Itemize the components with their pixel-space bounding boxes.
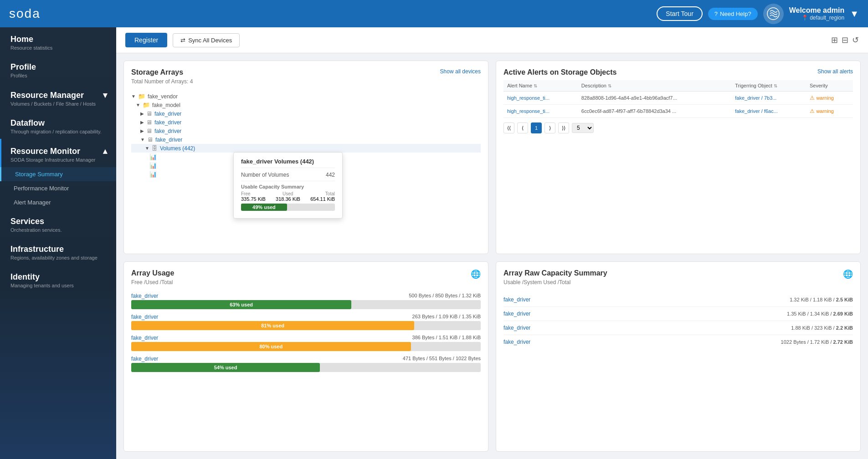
raw-cap-values: 1022 Bytes / 1.72 KiB / 2.72 KiB — [781, 339, 853, 345]
usage-bar: 54% used — [131, 363, 481, 372]
alert-obj-2[interactable]: fake_driver / f6ac... — [731, 105, 806, 118]
array-usage-globe-icon[interactable]: 🌐 — [471, 269, 481, 279]
show-all-devices-link[interactable]: Show all devices — [440, 68, 481, 75]
raw-cap-row: fake_driver 1022 Bytes / 1.72 KiB / 2.72… — [503, 335, 853, 349]
alert-name-1[interactable]: high_response_ti... — [503, 92, 578, 105]
raw-cap-row: fake_driver 1.88 KiB / 323 KiB / 2.2 KiB — [503, 321, 853, 335]
usage-stats: 471 Bytes / 551 Bytes / 1022 Bytes — [403, 356, 481, 361]
sidebar-item-home[interactable]: Home Resource statistics — [0, 27, 116, 55]
alerts-pagination: ⟨⟨ ⟨ 1 ⟩ ⟩⟩ 5 10 25 — [503, 122, 853, 133]
usage-stats: 386 Bytes / 1.51 KiB / 1.88 KiB — [412, 335, 481, 340]
usage-bar-fill: 54% used — [131, 363, 320, 372]
main-layout: Home Resource statistics Profile Profile… — [0, 27, 868, 459]
usage-bar-fill: 80% used — [131, 342, 411, 351]
array-usage-title: Array Usage — [131, 269, 174, 277]
raw-cap-driver[interactable]: fake_driver — [503, 311, 530, 317]
tooltip-progress-fill: 49% used — [241, 204, 287, 211]
page-first-btn[interactable]: ⟨⟨ — [503, 122, 514, 133]
resource-monitor-submenu: Storage Summary Performance Monitor Aler… — [0, 167, 116, 209]
active-alerts-title: Active Alerts on Storage Objects — [503, 68, 616, 76]
raw-cap-driver[interactable]: fake_driver — [503, 325, 530, 331]
array-usage-card: Array Usage Free /Used /Total 🌐 fake_dri… — [123, 261, 488, 452]
usage-stats: 500 Bytes / 850 Bytes / 1.32 KiB — [409, 293, 481, 298]
sync-all-button[interactable]: ⇄ Sync All Devices — [173, 33, 240, 47]
storage-arrays-subtitle: Total Number of Arrays: 4 — [131, 78, 193, 85]
usage-driver-label[interactable]: fake_driver — [131, 335, 158, 341]
content-area: Register ⇄ Sync All Devices ⊞ ⊟ ↺ Storag… — [116, 27, 868, 459]
sidebar-item-resource-manager[interactable]: Resource Manager ▾ Volumes / Buckets / F… — [0, 83, 116, 111]
usage-bar-fill: 81% used — [131, 321, 414, 330]
register-button[interactable]: Register — [125, 33, 167, 47]
volumes-tooltip: fake_driver Volumes (442) Number of Volu… — [233, 152, 343, 219]
sidebar-item-alert-manager[interactable]: Alert Manager — [0, 195, 116, 209]
usage-driver-label[interactable]: fake_driver — [131, 356, 158, 362]
raw-capacity-subtitle: Usable /System Used /Total — [503, 279, 607, 286]
dashboard-grid: Storage Arrays Total Number of Arrays: 4… — [116, 53, 868, 459]
sidebar-item-identity[interactable]: Identity Managing tenants and users — [0, 265, 116, 293]
usage-stats: 263 Bytes / 1.09 KiB / 1.35 KiB — [412, 314, 481, 319]
tree-node-fake-driver-3[interactable]: ▶ 🖥 fake_driver — [131, 127, 481, 135]
user-menu-chevron[interactable]: ▼ — [850, 9, 859, 19]
alert-severity-1: ⚠ warning — [806, 92, 853, 105]
raw-cap-values: 1.35 KiB / 1.34 KiB / 2.69 KiB — [787, 311, 853, 316]
sidebar-item-dataflow[interactable]: Dataflow Through migration / replication… — [0, 111, 116, 139]
expand-icon: ▾ — [103, 90, 107, 100]
tree-node-fake-driver-4[interactable]: ▼ 🖥 fake_driver — [131, 135, 481, 144]
alert-obj-1[interactable]: fake_driver / 7b3... — [731, 92, 806, 105]
user-info: Welcome admin 📍 default_region — [789, 6, 845, 21]
alerts-table: Alert Name ⇅ Description ⇅ Trigerring Ob… — [503, 80, 853, 118]
raw-cap-driver[interactable]: fake_driver — [503, 296, 530, 303]
page-last-btn[interactable]: ⟩⟩ — [558, 122, 569, 133]
usage-bar: 80% used — [131, 342, 481, 351]
sidebar-item-resource-monitor[interactable]: Resource Monitor ▴ SODA Storage Infrastr… — [0, 139, 116, 167]
toolbar-view-options: ⊞ ⊟ ↺ — [831, 35, 859, 45]
alert-desc-1: 828a8808-1d96-4a84-a9e1-4bb96a9acf7... — [578, 92, 731, 105]
usage-driver-label[interactable]: fake_driver — [131, 293, 158, 299]
sidebar-item-infrastructure[interactable]: Infrastructure Regions, availability zon… — [0, 237, 116, 265]
list-view-icon[interactable]: ⊟ — [842, 35, 848, 45]
active-alerts-card: Active Alerts on Storage Objects Show al… — [496, 61, 861, 254]
show-all-alerts-link[interactable]: Show all alerts — [817, 68, 853, 75]
sidebar-item-services[interactable]: Services Orchestration services. — [0, 209, 116, 237]
raw-cap-values: 1.32 KiB / 1.18 KiB / 2.5 KiB — [790, 297, 853, 302]
collapse-icon: ▴ — [103, 146, 107, 156]
refresh-icon[interactable]: ↺ — [852, 35, 859, 45]
raw-capacity-globe-icon[interactable]: 🌐 — [843, 269, 853, 279]
usage-row: fake_driver 263 Bytes / 1.09 KiB / 1.35 … — [131, 314, 481, 330]
question-icon: ? — [714, 10, 718, 17]
usage-driver-label[interactable]: fake_driver — [131, 314, 158, 320]
tree-node-volumes[interactable]: ▼ 🗄 Volumes (442) — [131, 144, 481, 153]
table-row: high_response_ti... 828a8808-1d96-4a84-a… — [503, 92, 853, 105]
usage-rows-container: fake_driver 500 Bytes / 850 Bytes / 1.32… — [131, 293, 481, 372]
tooltip-title: fake_driver Volumes (442) — [241, 158, 335, 168]
tree-node-fake-vendor[interactable]: ▼ 📁 fake_vendor — [131, 92, 481, 101]
col-triggering-object[interactable]: Trigerring Object ⇅ — [731, 80, 806, 92]
alert-severity-2: ⚠ warning — [806, 105, 853, 118]
grid-view-icon[interactable]: ⊞ — [831, 35, 838, 45]
need-help-button[interactable]: ? Need Help? — [708, 8, 758, 20]
table-row: high_response_ti... 6cc0ec6f-ad87-4f97-a… — [503, 105, 853, 118]
usage-row: fake_driver 386 Bytes / 1.51 KiB / 1.88 … — [131, 335, 481, 351]
tree-node-fake-driver-2[interactable]: ▶ 🖥 fake_driver — [131, 118, 481, 127]
raw-cap-driver[interactable]: fake_driver — [503, 339, 530, 345]
sidebar-item-performance-monitor[interactable]: Performance Monitor — [0, 181, 116, 195]
page-prev-btn[interactable]: ⟨ — [517, 122, 528, 133]
raw-cap-row: fake_driver 1.35 KiB / 1.34 KiB / 2.69 K… — [503, 307, 853, 321]
sidebar-item-profile[interactable]: Profile Profiles — [0, 55, 116, 83]
usage-bar-fill: 63% used — [131, 300, 351, 309]
col-alert-name[interactable]: Alert Name ⇅ — [503, 80, 578, 92]
sidebar-item-storage-summary[interactable]: Storage Summary — [0, 167, 116, 181]
raw-capacity-rows: fake_driver 1.32 KiB / 1.18 KiB / 2.5 Ki… — [503, 293, 853, 349]
sync-icon: ⇄ — [180, 37, 185, 44]
start-tour-button[interactable]: Start Tour — [657, 6, 702, 21]
col-severity[interactable]: Severity — [806, 80, 853, 92]
raw-cap-row: fake_driver 1.32 KiB / 1.18 KiB / 2.5 Ki… — [503, 293, 853, 307]
alert-name-2[interactable]: high_response_ti... — [503, 105, 578, 118]
tree-node-fake-driver-1[interactable]: ▶ 🖥 fake_driver — [131, 109, 481, 118]
col-description[interactable]: Description ⇅ — [578, 80, 731, 92]
per-page-select[interactable]: 5 10 25 — [572, 123, 594, 133]
page-next-btn[interactable]: ⟩ — [544, 122, 555, 133]
page-1-btn[interactable]: 1 — [531, 122, 542, 133]
usage-row: fake_driver 500 Bytes / 850 Bytes / 1.32… — [131, 293, 481, 309]
tree-node-fake-model[interactable]: ▼ 📁 fake_model — [131, 101, 481, 109]
